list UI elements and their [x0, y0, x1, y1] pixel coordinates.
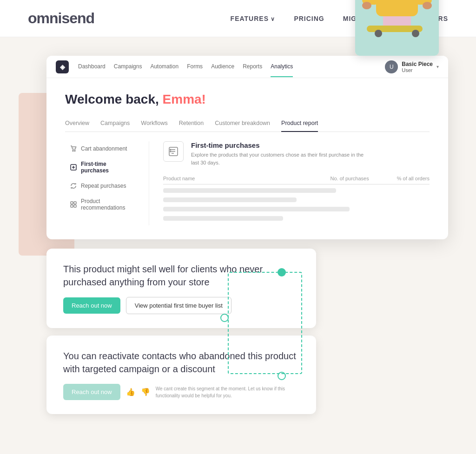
app-nav-audience[interactable]: Audience: [211, 57, 234, 77]
product-image-bg: [355, 0, 439, 56]
thumbs-down-icon[interactable]: 👎: [141, 388, 150, 396]
svg-point-9: [170, 151, 171, 152]
sidebar-menu: Cart abandonment First-time purchases: [65, 141, 149, 225]
svg-rect-3: [71, 202, 73, 204]
reach-out-button-1[interactable]: Reach out now: [63, 297, 120, 314]
report-icon-box: [163, 141, 184, 162]
chevron-down-icon: ▾: [436, 64, 439, 69]
sidebar-first-label: First-time purchases: [81, 161, 135, 174]
col-num-purchases: No. of purchases: [331, 176, 369, 181]
tag-icon: [70, 164, 77, 171]
svg-rect-12: [376, 0, 418, 16]
sidebar-product-recommendations[interactable]: Product recommendations: [65, 194, 139, 215]
svg-rect-5: [71, 205, 73, 207]
table-rows: [163, 188, 430, 221]
grid-icon: [70, 201, 77, 208]
app-user-name: Basic Piece: [402, 61, 433, 67]
table-row: [163, 188, 336, 193]
svg-point-1: [74, 151, 75, 151]
product-image: [355, 0, 439, 56]
sidebar-recommendations-label: Product recommendations: [81, 198, 135, 211]
repeat-icon: [70, 182, 77, 190]
reach-out-button-2[interactable]: Reach out now: [63, 384, 120, 400]
content-layout: Cart abandonment First-time purchases: [65, 141, 430, 225]
product-illustration: [355, 0, 439, 56]
app-nav-automation[interactable]: Automation: [150, 57, 178, 77]
welcome-heading: Welcome back, Emma!: [65, 92, 430, 107]
table-row: [163, 216, 283, 221]
app-nav-campaigns[interactable]: Campaigns: [114, 57, 142, 77]
dashed-box-decoration: [228, 272, 302, 374]
svg-point-22: [412, 30, 419, 37]
logo: omnisend: [28, 10, 94, 27]
svg-rect-6: [74, 205, 76, 207]
tab-workflows[interactable]: Workflows: [141, 120, 167, 132]
main-area: ◈ Dashboard Campaigns Automation Forms A…: [0, 37, 476, 449]
nav-features[interactable]: FEATURES: [231, 15, 276, 22]
report-header: First-time purchases Explore the product…: [163, 141, 430, 166]
sidebar-first-purchases[interactable]: First-time purchases: [65, 157, 139, 178]
deco-area: [214, 235, 307, 383]
app-logo-icon: ◈: [56, 60, 69, 73]
report-info: First-time purchases Explore the product…: [191, 141, 368, 166]
report-title: First-time purchases: [191, 141, 368, 149]
app-user: U Basic Piece User ▾: [385, 60, 439, 73]
app-window: ◈ Dashboard Campaigns Automation Forms A…: [46, 56, 448, 239]
svg-point-8: [170, 149, 171, 150]
table-header: Product name No. of purchases % of all o…: [163, 176, 430, 184]
circle-decoration-outline-1: [220, 314, 229, 322]
cards-section: This product might sell well for clients…: [46, 249, 448, 421]
thumbs-up-icon[interactable]: 👍: [126, 388, 135, 396]
tab-retention[interactable]: Retention: [179, 120, 204, 132]
welcome-prefix: Welcome back,: [65, 92, 163, 106]
nav-pricing[interactable]: PRICING: [294, 15, 324, 22]
tab-campaigns[interactable]: Campaigns: [100, 120, 130, 132]
svg-point-16: [423, 2, 432, 9]
report-main: First-time purchases Explore the product…: [149, 141, 430, 225]
app-nav-forms[interactable]: Forms: [187, 57, 203, 77]
app-nav-dashboard[interactable]: Dashboard: [78, 57, 106, 77]
app-user-role: User: [402, 67, 433, 73]
welcome-name: Emma!: [163, 92, 206, 106]
app-nav-analytics[interactable]: Analytics: [271, 57, 293, 77]
feedback-message: We cant create this segment at the momen…: [156, 385, 295, 399]
app-nav-items: Dashboard Campaigns Automation Forms Aud…: [78, 57, 376, 77]
svg-point-15: [362, 2, 371, 9]
app-navbar: ◈ Dashboard Campaigns Automation Forms A…: [46, 56, 448, 78]
svg-point-0: [73, 151, 73, 151]
tab-product-report[interactable]: Product report: [281, 120, 318, 132]
sidebar-repeat-purchases[interactable]: Repeat purchases: [65, 178, 139, 193]
report-description: Explore the products that your customers…: [191, 151, 368, 166]
sidebar-cart-abandonment[interactable]: Cart abandonment: [65, 141, 139, 156]
svg-point-21: [375, 30, 382, 37]
app-user-details: Basic Piece User: [402, 61, 433, 73]
tab-overview[interactable]: Overview: [65, 120, 89, 132]
col-product-name: Product name: [163, 176, 195, 181]
table-row: [163, 207, 350, 211]
report-tabs: Overview Campaigns Workflows Retention C…: [65, 120, 430, 132]
card2-feedback-row: Reach out now 👍 👎 We cant create this se…: [63, 384, 299, 400]
sidebar-cart-label: Cart abandonment: [81, 145, 127, 152]
cart-icon: [70, 145, 77, 152]
col-pct-orders: % of all orders: [397, 176, 430, 181]
card-first-time-buyers: This product might sell well for clients…: [46, 249, 316, 328]
app-body: Welcome back, Emma! Overview Campaigns W…: [46, 78, 448, 239]
svg-rect-4: [74, 202, 76, 204]
app-nav-reports[interactable]: Reports: [243, 57, 262, 77]
table-row: [163, 197, 297, 202]
content-wrapper: ◈ Dashboard Campaigns Automation Forms A…: [28, 56, 448, 421]
app-user-avatar: U: [385, 60, 398, 73]
product-report-icon: [168, 146, 179, 157]
circle-decoration-outline-2: [278, 372, 286, 380]
tab-customer-breakdown[interactable]: Customer breakdown: [215, 120, 270, 132]
sidebar-repeat-label: Repeat purchases: [81, 183, 126, 189]
